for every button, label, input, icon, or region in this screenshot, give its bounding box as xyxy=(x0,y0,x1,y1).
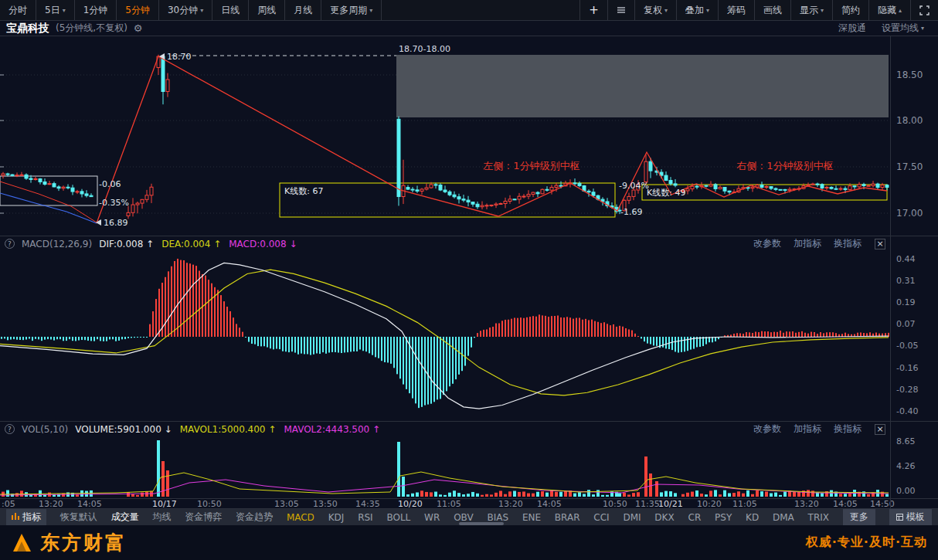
indicator-tab[interactable]: KDJ xyxy=(328,512,345,523)
period-button[interactable]: 5日▾ xyxy=(36,0,75,20)
indicator-tab[interactable]: DKX xyxy=(654,512,674,523)
axis-label: 4.26 xyxy=(896,461,916,471)
period-button[interactable]: 30分钟▾ xyxy=(159,0,212,20)
close-icon[interactable]: × xyxy=(875,239,885,249)
chevron-down-icon: ▾ xyxy=(200,7,203,14)
indicator-value: DIF:0.008 ↑ xyxy=(99,239,154,249)
svg-text:左侧：1分钟级别中枢: 左侧：1分钟级别中枢 xyxy=(483,160,579,171)
indicator-tab[interactable]: TRIX xyxy=(808,512,829,523)
chevron-down-icon: ▾ xyxy=(369,7,372,14)
vol-label: VOL(5,10) xyxy=(22,424,68,435)
stock-name: 宝鼎科技 xyxy=(6,22,49,36)
simple-mode-button[interactable]: 简约 xyxy=(832,0,868,20)
footer: 东方财富 权威·专业·及时·互动 xyxy=(0,525,938,560)
add-button[interactable]: + xyxy=(579,0,607,20)
indicator-tab[interactable]: BRAR xyxy=(555,512,580,523)
chevron-down-icon: ▾ xyxy=(821,7,824,14)
indicator-tab[interactable]: 更多 xyxy=(843,509,875,525)
adjust-price-button[interactable]: 复权▾ xyxy=(634,0,676,20)
svg-text:K线数: 49: K线数: 49 xyxy=(647,188,685,198)
indicator-tab[interactable]: BIAS xyxy=(487,512,508,523)
price-axis: 18.5018.0017.5017.000.440.310.190.07-0.0… xyxy=(893,0,938,508)
axis-divider xyxy=(890,36,891,508)
indicator-tab[interactable]: 成交量 xyxy=(111,511,139,524)
indicator-value: MACD:0.008 ↓ xyxy=(229,239,297,249)
period-button[interactable]: 更多周期▾ xyxy=(321,0,382,20)
period-button[interactable]: 分时 xyxy=(0,0,36,20)
indicator-tab[interactable]: MACD xyxy=(287,512,314,523)
period-button[interactable]: 1分钟 xyxy=(75,0,117,20)
stock-chart-app: 分时5日▾1分钟5分钟30分钟▾日线周线月线更多周期▾ +复权▾叠加▾筹码画线显… xyxy=(0,0,938,560)
svg-text:-9.04%: -9.04% xyxy=(619,181,649,191)
indicator-tab[interactable]: 模板 xyxy=(889,509,932,525)
axis-label: -0.05 xyxy=(896,341,918,351)
indicator-tab[interactable]: 指标 xyxy=(6,509,46,525)
vol-values: VOLUME:5901.000 ↓MAVOL1:5000.400 ↑MAVOL2… xyxy=(75,424,380,435)
period-button[interactable]: 5分钟 xyxy=(117,0,159,20)
footer-slogan: 权威·专业·及时·互动 xyxy=(806,535,927,551)
axis-label: 0.19 xyxy=(896,297,916,307)
eastmoney-logo-icon xyxy=(11,531,34,555)
axis-label: 8.65 xyxy=(896,436,916,446)
toolbar: 分时5日▾1分钟5分钟30分钟▾日线周线月线更多周期▾ +复权▾叠加▾筹码画线显… xyxy=(0,0,938,21)
axis-label: 0.07 xyxy=(896,319,916,329)
svg-text:-1.69: -1.69 xyxy=(620,207,642,217)
axis-label: 18.50 xyxy=(896,70,923,80)
indicator-tab[interactable]: DMA xyxy=(773,512,794,523)
svg-text:18.70: 18.70 xyxy=(167,52,192,62)
indicator-tab[interactable]: DMI xyxy=(623,512,641,523)
template-icon xyxy=(896,512,903,523)
indicator-value: MAVOL1:5000.400 ↑ xyxy=(180,424,277,435)
svg-text:-0.35%: -0.35% xyxy=(99,198,129,208)
draw-line-button[interactable]: 画线 xyxy=(754,0,790,20)
indicator-tab[interactable]: 资金趋势 xyxy=(236,511,273,524)
period-button[interactable]: 月线 xyxy=(285,0,321,20)
title-bar: 宝鼎科技 (5分钟线,不复权) ⚙ 深股通 设置均线▾ xyxy=(0,21,938,36)
indicator-tab[interactable]: CR xyxy=(688,512,702,523)
change-params-link[interactable]: 改参数 xyxy=(753,237,781,250)
indicator-tab[interactable]: PSY xyxy=(715,512,732,523)
svg-text:K线数: 67: K线数: 67 xyxy=(284,186,323,196)
indicator-tab[interactable]: 资金博弈 xyxy=(185,511,222,524)
macd-header: ? MACD(12,26,9) DIF:0.008 ↑DEA:0.004 ↑MA… xyxy=(0,236,891,251)
period-toolbar: 分时5日▾1分钟5分钟30分钟▾日线周线月线更多周期▾ xyxy=(0,0,382,20)
change-params-link[interactable]: 改参数 xyxy=(753,423,781,436)
macd-chart-canvas[interactable] xyxy=(0,251,891,421)
add-indicator-link[interactable]: 加指标 xyxy=(794,237,821,250)
vol-chart-canvas[interactable] xyxy=(0,436,891,498)
indicator-tab[interactable]: KD xyxy=(746,512,759,523)
period-button[interactable]: 日线 xyxy=(212,0,249,20)
gear-icon[interactable]: ⚙ xyxy=(134,22,143,34)
overlay-button[interactable]: 叠加▾ xyxy=(676,0,718,20)
indicator-tab[interactable]: 均线 xyxy=(152,511,171,524)
axis-label: 0.31 xyxy=(896,276,916,286)
display-button[interactable]: 显示▾ xyxy=(790,0,832,20)
axis-label: 17.00 xyxy=(896,208,923,219)
switch-indicator-link[interactable]: 换指标 xyxy=(834,237,862,250)
macd-values: DIF:0.008 ↑DEA:0.004 ↑MACD:0.008 ↓ xyxy=(99,239,297,249)
indicator-tab[interactable]: CCI xyxy=(593,512,609,523)
indicator-bars-icon xyxy=(12,512,19,523)
indicator-tab[interactable]: RSI xyxy=(358,512,373,523)
main-chart-canvas[interactable]: 18.7018.70-18.0016.89-0.06-0.35%-9.04%-1… xyxy=(0,36,891,236)
add-indicator-link[interactable]: 加指标 xyxy=(794,423,821,436)
indicator-tab[interactable]: WR xyxy=(424,512,440,523)
svg-text:18.70-18.00: 18.70-18.00 xyxy=(399,44,450,54)
chips-button[interactable]: 筹码 xyxy=(718,0,754,20)
indicator-tab[interactable]: OBV xyxy=(454,512,474,523)
close-icon[interactable]: × xyxy=(875,424,885,435)
axis-label: -0.28 xyxy=(896,385,918,395)
chevron-down-icon: ▾ xyxy=(706,7,709,14)
tools-toolbar: +复权▾叠加▾筹码画线显示▾简约隐藏▴ xyxy=(579,0,938,20)
indicator-tab[interactable]: 恢复默认 xyxy=(60,511,97,524)
market-tag[interactable]: 深股通 xyxy=(838,22,866,35)
period-button[interactable]: 周线 xyxy=(249,0,285,20)
help-icon[interactable]: ? xyxy=(5,239,15,249)
indicator-tab[interactable]: BOLL xyxy=(386,512,410,523)
eastmoney-logo: 东方财富 xyxy=(40,530,127,555)
indicator-tab[interactable]: ENE xyxy=(522,512,541,523)
chart-lines-icon[interactable] xyxy=(607,0,634,20)
vol-links: 改参数加指标换指标 xyxy=(753,423,868,436)
switch-indicator-link[interactable]: 换指标 xyxy=(834,423,862,436)
help-icon[interactable]: ? xyxy=(5,424,15,434)
